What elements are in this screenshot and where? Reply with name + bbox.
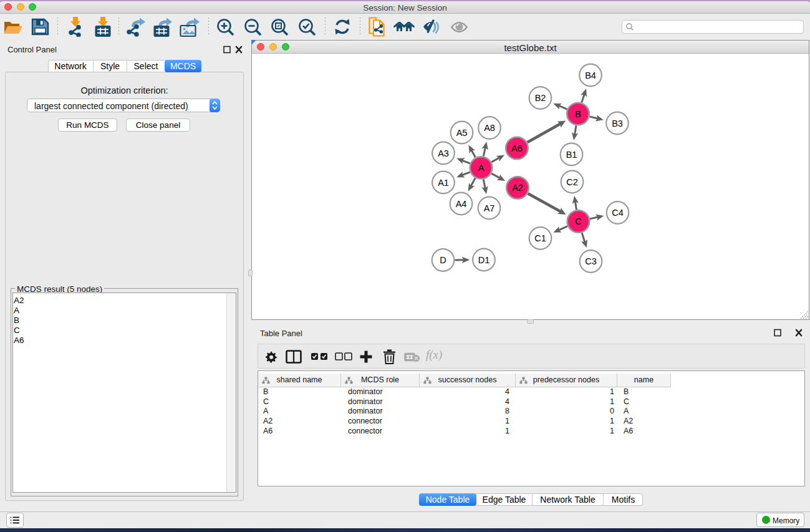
svg-text:C3: C3 <box>585 256 597 266</box>
svg-text:C: C <box>575 216 581 226</box>
svg-text:A4: A4 <box>456 199 467 209</box>
svg-text:A1: A1 <box>438 178 449 188</box>
svg-text:A8: A8 <box>484 123 495 133</box>
svg-text:A7: A7 <box>484 203 495 213</box>
svg-text:A2: A2 <box>512 183 523 193</box>
svg-text:C1: C1 <box>534 233 546 243</box>
svg-text:A3: A3 <box>438 148 449 158</box>
svg-text:A: A <box>478 163 485 173</box>
svg-text:A5: A5 <box>456 128 468 138</box>
svg-text:B1: B1 <box>566 150 577 160</box>
svg-text:D1: D1 <box>478 255 490 265</box>
svg-text:B: B <box>575 109 581 119</box>
svg-text:B2: B2 <box>535 93 546 103</box>
svg-text:B3: B3 <box>612 118 623 128</box>
svg-text:A6: A6 <box>511 143 523 153</box>
svg-text:D: D <box>440 255 446 265</box>
svg-text:C4: C4 <box>612 208 624 218</box>
svg-text:C2: C2 <box>566 177 578 187</box>
svg-text:B4: B4 <box>585 70 596 80</box>
